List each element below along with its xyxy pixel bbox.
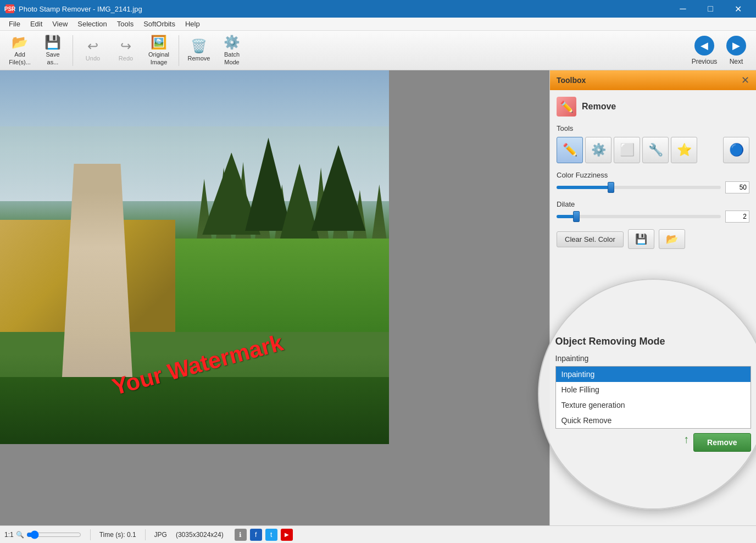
clear-select-color-button[interactable]: Clear Sel. Color	[557, 231, 624, 247]
remove-section-title: Remove	[582, 102, 616, 112]
status-separator-2	[145, 529, 146, 540]
dropdown-current-label: Inpainting	[555, 354, 751, 363]
dropdown-option-inpainting[interactable]: Inpainting	[556, 367, 751, 382]
undo-button[interactable]: ↩ Undo	[77, 33, 108, 68]
minimize-button[interactable]: ─	[670, 0, 696, 18]
color-fuzziness-section: Color Fuzziness 50	[557, 171, 749, 193]
close-button[interactable]: ✕	[725, 0, 751, 18]
youtube-icon[interactable]: ▶	[281, 529, 293, 541]
original-image-button[interactable]: 🖼️ OriginalImage	[143, 33, 174, 68]
bottom-action-row: ↑ Remove	[555, 433, 751, 452]
dropdown-list: Inpainting Hole Filling Texture generati…	[555, 366, 751, 429]
menu-bar: File Edit View Selection Tools SoftOrbit…	[0, 18, 756, 31]
previous-button[interactable]: ◀ Previous	[689, 33, 720, 68]
fake-image	[0, 70, 389, 444]
menu-softorbits[interactable]: SoftOrbits	[139, 19, 180, 29]
dropdown-overlay: Object Removing Mode Inpainting Inpainti…	[538, 279, 757, 509]
menu-help[interactable]: Help	[181, 19, 204, 29]
add-files-icon: 📂	[12, 35, 28, 50]
color-fuzziness-value[interactable]: 50	[725, 181, 749, 193]
tools-grid: ✏️ ⚙️ ⬜ 🔧 ⭐ 🔵	[557, 137, 749, 163]
toolbox-content: ✏️ Remove Tools ✏️ ⚙️ ⬜ 🔧 ⭐ 🔵 Color Fuzz…	[550, 90, 756, 262]
twitter-icon[interactable]: t	[265, 529, 277, 541]
menu-view[interactable]: View	[48, 19, 72, 29]
status-bar: 1:1 🔍 Time (s): 0.1 JPG (3035x3024x24) ℹ…	[0, 525, 756, 543]
prev-next-area: ◀ Previous ▶ Next	[689, 31, 752, 70]
batch-mode-icon: ⚙️	[224, 35, 240, 50]
dropdown-option-quick-remove[interactable]: Quick Remove	[556, 413, 751, 428]
menu-tools[interactable]: Tools	[113, 19, 138, 29]
redo-icon: ↪	[120, 38, 131, 54]
title-bar-left: PSR Photo Stamp Remover - IMG_2141.jpg	[5, 4, 142, 13]
info-icon[interactable]: ℹ	[235, 529, 247, 541]
color-fuzziness-fill	[557, 186, 611, 189]
dilate-thumb[interactable]	[573, 211, 580, 222]
status-icons: ℹ f t ▶	[235, 529, 293, 541]
zoom-slider[interactable]	[26, 530, 81, 539]
dilate-track[interactable]	[557, 215, 721, 218]
remove-action-button[interactable]: Remove	[693, 433, 751, 452]
maximize-button[interactable]: □	[698, 0, 723, 18]
previous-label: Previous	[692, 58, 718, 65]
toolbox-close-button[interactable]: ✕	[741, 74, 749, 86]
remove-label: Remove	[188, 55, 210, 62]
color-fuzziness-row: 50	[557, 181, 749, 193]
dilate-section: Dilate 2	[557, 200, 749, 223]
color-fuzziness-track[interactable]	[557, 186, 721, 189]
color-fuzziness-thumb[interactable]	[608, 182, 614, 193]
original-image-icon: 🖼️	[151, 35, 167, 50]
canvas-area[interactable]: Your Watermark	[0, 70, 549, 525]
facebook-icon[interactable]: f	[250, 529, 262, 541]
next-button[interactable]: ▶ Next	[721, 33, 752, 68]
status-format: JPG	[154, 531, 167, 539]
next-icon: ▶	[726, 36, 746, 56]
status-time: Time (s): 0.1	[99, 531, 136, 539]
save-as-icon: 💾	[45, 35, 61, 50]
dilate-row: 2	[557, 210, 749, 223]
toolbar: 📂 AddFile(s)... 💾 Saveas... ↩ Undo ↪ Red…	[0, 31, 756, 70]
toolbox-panel: Toolbox ✕ ✏️ Remove Tools ✏️ ⚙️ ⬜ 🔧 ⭐ 🔵	[549, 70, 756, 525]
remove-button[interactable]: 🗑️ Remove	[184, 33, 214, 68]
arrow-up-icon: ↑	[683, 433, 689, 452]
toolbox-header: Toolbox ✕	[550, 70, 756, 90]
save-as-label: Saveas...	[46, 51, 59, 65]
load-selection-button[interactable]: 📂	[659, 229, 685, 249]
app-icon: PSR	[5, 4, 14, 13]
dilate-value[interactable]: 2	[725, 210, 749, 223]
dropdown-option-hole-filling[interactable]: Hole Filling	[556, 382, 751, 397]
add-files-button[interactable]: 📂 AddFile(s)...	[4, 33, 35, 68]
next-label: Next	[730, 58, 743, 65]
dropdown-option-texture[interactable]: Texture generation	[556, 397, 751, 413]
zoom-level: 1:1	[4, 531, 14, 539]
separator-1	[73, 35, 73, 66]
magic-wand-button[interactable]: ⭐	[671, 137, 697, 163]
title-bar-controls: ─ □ ✕	[670, 0, 751, 18]
dilate-label: Dilate	[557, 200, 749, 208]
tools-label: Tools	[557, 124, 749, 132]
menu-selection[interactable]: Selection	[73, 19, 111, 29]
brush-tool-button[interactable]: ⚙️	[585, 137, 612, 163]
redo-label: Redo	[119, 55, 133, 62]
title-bar: PSR Photo Stamp Remover - IMG_2141.jpg ─…	[0, 0, 756, 18]
landscape-image: Your Watermark	[0, 70, 389, 444]
pencil-tool-button[interactable]: ✏️	[557, 137, 583, 163]
menu-file[interactable]: File	[4, 19, 25, 29]
batch-mode-button[interactable]: ⚙️ BatchMode	[216, 33, 247, 68]
save-selection-button[interactable]: 💾	[628, 229, 654, 249]
rect-select-button[interactable]: ⬜	[614, 137, 640, 163]
time-label: Time (s):	[99, 531, 125, 539]
redo-button[interactable]: ↪ Redo	[110, 33, 141, 68]
previous-icon: ◀	[694, 36, 714, 56]
magic-select-button[interactable]: 🔧	[642, 137, 669, 163]
save-as-button[interactable]: 💾 Saveas...	[37, 33, 68, 68]
separator-2	[179, 35, 179, 66]
image-container: Your Watermark	[0, 70, 389, 444]
status-separator-1	[90, 529, 91, 540]
undo-icon: ↩	[87, 38, 98, 54]
window-title: Photo Stamp Remover - IMG_2141.jpg	[19, 5, 142, 13]
menu-edit[interactable]: Edit	[26, 19, 47, 29]
batch-mode-label: BatchMode	[224, 51, 240, 65]
button-row: Clear Sel. Color 💾 📂	[557, 229, 749, 249]
time-value: 0.1	[127, 531, 136, 539]
stamp-button[interactable]: 🔵	[723, 137, 749, 163]
